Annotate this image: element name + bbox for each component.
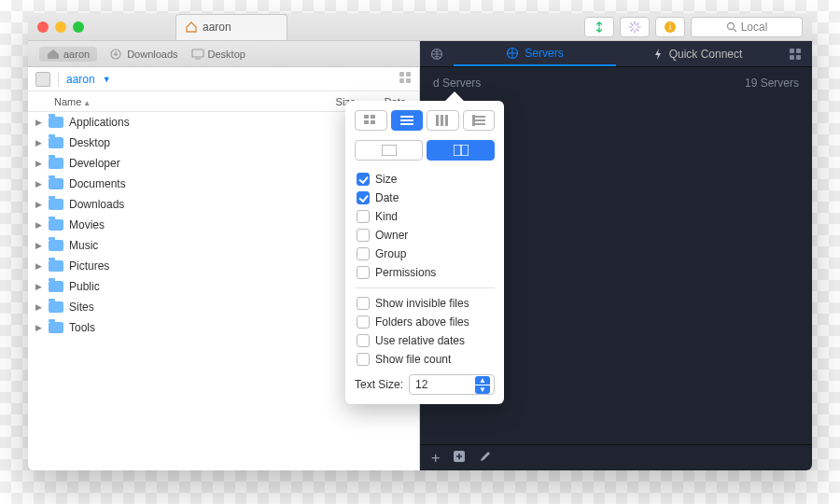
divider	[355, 287, 495, 288]
file-size: •	[294, 177, 350, 190]
view-option-toggle[interactable]: Show file count	[355, 350, 495, 369]
chevron-down-icon[interactable]: ▼	[103, 75, 111, 84]
text-size-stepper[interactable]: 12 ▲▼	[409, 374, 495, 395]
checkbox[interactable]	[357, 210, 370, 223]
disclosure-triangle-icon[interactable]: ▶	[35, 323, 43, 332]
remote-tab-label: Quick Connect	[669, 48, 743, 61]
local-tab-downloads[interactable]: Downloads	[110, 49, 177, 60]
disclosure-triangle-icon[interactable]: ▶	[35, 118, 43, 127]
sync-button[interactable]	[584, 17, 614, 37]
desktop-icon	[191, 49, 204, 60]
svg-rect-34	[441, 115, 443, 126]
column-name[interactable]: Name▲	[54, 96, 300, 107]
svg-point-10	[727, 22, 734, 29]
checkbox[interactable]	[357, 315, 370, 329]
zoom-icon[interactable]	[73, 21, 84, 33]
remote-tabs: Servers Quick Connect	[420, 41, 812, 67]
disclosure-triangle-icon[interactable]: ▶	[35, 261, 43, 271]
info-button[interactable]: i	[655, 17, 685, 37]
disclosure-triangle-icon[interactable]: ▶	[35, 138, 43, 147]
grid-icon	[399, 71, 412, 84]
file-name: Pictures	[69, 259, 288, 273]
traffic-lights	[37, 21, 84, 33]
view-gallery-button[interactable]	[463, 110, 496, 131]
svg-line-4	[631, 23, 633, 25]
view-option-toggle[interactable]: Folders above files	[355, 313, 495, 331]
add-box-icon	[453, 450, 466, 463]
view-option-toggle[interactable]: Use relative dates	[355, 331, 495, 350]
disk-icon[interactable]	[35, 72, 50, 87]
file-size: •	[294, 259, 350, 273]
column-toggle[interactable]: Kind	[355, 207, 495, 226]
disclosure-triangle-icon[interactable]: ▶	[35, 200, 43, 209]
checkbox[interactable]	[357, 297, 370, 310]
remote-view-options-button[interactable]	[778, 41, 812, 66]
disclosure-triangle-icon[interactable]: ▶	[35, 179, 43, 189]
local-tab-desktop[interactable]: Desktop	[191, 49, 245, 60]
text-size-label: Text Size:	[355, 378, 403, 391]
single-pane-icon	[382, 145, 397, 156]
column-toggle[interactable]: Permissions	[355, 263, 495, 282]
remote-tab-world[interactable]	[420, 41, 454, 66]
pane-single-button[interactable]	[355, 140, 423, 161]
file-size: •	[294, 116, 350, 129]
local-tab-label: Downloads	[127, 49, 177, 60]
option-label: Permissions	[375, 266, 436, 279]
file-name: Tools	[69, 321, 288, 334]
grid-icon	[789, 48, 802, 61]
minimize-icon[interactable]	[55, 21, 66, 33]
disclosure-triangle-icon[interactable]: ▶	[35, 302, 43, 312]
close-icon[interactable]	[37, 21, 49, 33]
add-button[interactable]: +	[431, 450, 440, 467]
search-placeholder: Local	[741, 21, 768, 34]
lightning-icon	[652, 48, 664, 61]
checkbox[interactable]	[357, 247, 370, 260]
remote-footer: +	[420, 444, 812, 470]
checkbox[interactable]	[357, 266, 370, 279]
option-label: Size	[375, 173, 397, 186]
checkbox[interactable]	[357, 353, 370, 366]
column-toggle[interactable]: Size	[355, 170, 495, 189]
folder-icon	[49, 199, 63, 210]
svg-rect-35	[445, 115, 448, 126]
activity-button[interactable]	[620, 17, 650, 37]
file-name: Sites	[69, 301, 288, 314]
checkbox[interactable]	[357, 334, 370, 347]
option-label: Use relative dates	[375, 334, 465, 347]
column-toggle[interactable]: Owner	[355, 226, 495, 245]
remote-tab-servers[interactable]: Servers	[454, 41, 616, 66]
disclosure-triangle-icon[interactable]: ▶	[35, 241, 43, 250]
pane-dual-button[interactable]	[427, 140, 495, 161]
checkbox[interactable]	[357, 229, 370, 242]
file-name: Downloads	[69, 198, 288, 211]
local-tab-aaron[interactable]: aaron	[39, 47, 97, 62]
stepper-control[interactable]: ▲▼	[475, 376, 490, 393]
view-list-button[interactable]	[391, 110, 424, 131]
folder-icon	[49, 281, 63, 292]
disclosure-triangle-icon[interactable]: ▶	[35, 159, 43, 168]
icon-view-icon	[364, 115, 377, 126]
checkbox[interactable]	[357, 173, 370, 186]
edit-button[interactable]	[479, 450, 492, 467]
path-segment[interactable]: aaron	[66, 73, 95, 86]
svg-rect-23	[790, 55, 794, 60]
view-icon-button[interactable]	[355, 110, 387, 131]
view-options-button[interactable]	[399, 71, 412, 87]
view-option-toggle[interactable]: Show invisible files	[355, 294, 495, 313]
folder-icon	[49, 117, 63, 128]
column-toggle[interactable]: Group	[355, 245, 495, 263]
window-tab[interactable]: aaron	[175, 14, 287, 40]
folder-icon	[49, 178, 63, 189]
search-field[interactable]: Local	[691, 17, 803, 37]
add-group-button[interactable]	[453, 450, 466, 467]
gallery-view-icon	[472, 115, 485, 126]
checkbox[interactable]	[357, 191, 370, 204]
folder-icon	[49, 260, 63, 272]
remote-tab-quick-connect[interactable]: Quick Connect	[616, 41, 778, 66]
column-toggle[interactable]: Date	[355, 189, 495, 207]
svg-rect-13	[192, 49, 203, 57]
view-column-button[interactable]	[427, 110, 459, 131]
file-name: Developer	[69, 157, 288, 170]
disclosure-triangle-icon[interactable]: ▶	[35, 220, 43, 230]
disclosure-triangle-icon[interactable]: ▶	[35, 282, 43, 291]
